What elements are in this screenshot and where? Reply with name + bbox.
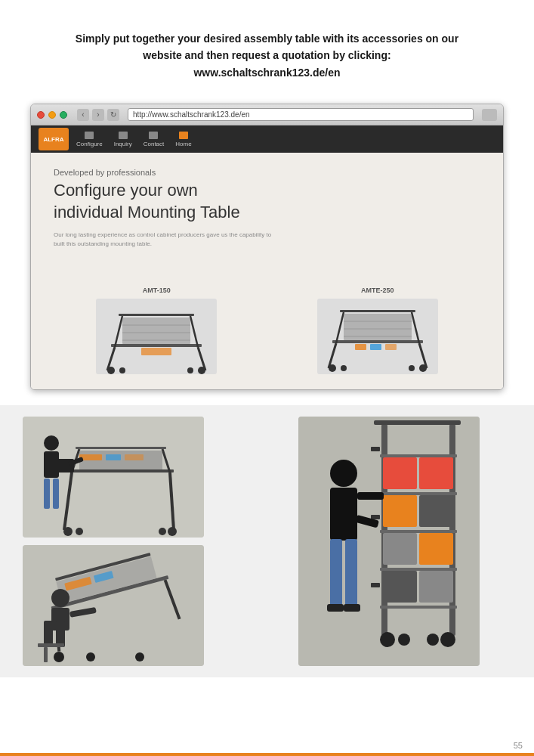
svg-line-20 <box>412 312 419 343</box>
svg-rect-96 <box>330 488 357 541</box>
svg-rect-79 <box>380 606 457 609</box>
product-row: AMT-150 <box>31 279 503 389</box>
svg-rect-77 <box>380 530 457 533</box>
svg-point-10 <box>107 367 115 374</box>
browser-minimize-btn[interactable] <box>48 111 56 119</box>
svg-rect-74 <box>374 420 461 425</box>
svg-point-94 <box>427 634 439 646</box>
nav-item-configure[interactable]: Configure <box>76 132 103 147</box>
nav-items: Configure Inquiry Contact Home <box>76 132 192 147</box>
address-bar[interactable]: http://www.schaltschrank123.de/en <box>128 108 474 121</box>
nav-item-contact[interactable]: Contact <box>144 132 165 147</box>
nav-item-inquiry[interactable]: Inquiry <box>114 132 132 147</box>
configure-icon <box>85 132 94 139</box>
header-section: Simply put together your desired assembl… <box>0 0 534 96</box>
product-amte250: AMTE-250 <box>275 287 481 374</box>
hero-subtitle: Developed by professionals <box>54 168 480 177</box>
svg-rect-66 <box>44 621 53 647</box>
svg-rect-33 <box>68 469 174 472</box>
photos-left <box>23 417 267 666</box>
svg-point-31 <box>409 365 415 371</box>
svg-rect-1 <box>119 314 194 316</box>
svg-point-30 <box>341 365 347 371</box>
svg-point-11 <box>198 367 205 374</box>
photos-right <box>267 417 512 666</box>
svg-point-91 <box>380 632 395 647</box>
svg-point-28 <box>329 364 336 372</box>
page: Simply put together your desired assembl… <box>0 0 534 756</box>
page-number: 55 <box>514 741 523 750</box>
svg-rect-100 <box>344 604 360 612</box>
svg-rect-51 <box>53 479 59 509</box>
svg-point-63 <box>135 652 144 662</box>
product-amt150-label: AMT-150 <box>54 287 260 294</box>
product-amte250-image <box>317 299 438 374</box>
svg-rect-50 <box>44 479 50 509</box>
svg-point-46 <box>159 528 166 535</box>
bottom-bar <box>0 753 534 756</box>
svg-rect-85 <box>419 533 453 565</box>
forward-arrow[interactable]: › <box>92 109 104 121</box>
svg-point-43 <box>63 527 73 536</box>
product-amt150: AMT-150 <box>54 287 260 374</box>
browser-titlebar: ‹ › ↻ http://www.schaltschrank123.de/en <box>31 104 503 125</box>
svg-rect-42 <box>125 454 144 460</box>
svg-rect-86 <box>383 571 417 603</box>
alfra-logo: ALFRA <box>39 128 69 150</box>
svg-rect-15 <box>332 340 423 343</box>
website-navbar: ALFRA Configure Inquiry Contact <box>31 125 503 153</box>
svg-rect-81 <box>419 457 453 489</box>
svg-point-44 <box>168 527 177 536</box>
svg-rect-27 <box>385 344 397 350</box>
svg-rect-78 <box>380 568 457 571</box>
inquiry-icon <box>119 132 128 139</box>
product-amte250-label: AMTE-250 <box>275 287 481 294</box>
svg-rect-76 <box>380 492 457 495</box>
svg-rect-89 <box>371 515 380 519</box>
svg-rect-34 <box>76 447 166 449</box>
svg-point-13 <box>187 367 193 373</box>
svg-point-45 <box>76 528 83 535</box>
svg-rect-83 <box>419 495 453 527</box>
svg-rect-26 <box>370 344 381 350</box>
svg-rect-84 <box>383 533 417 565</box>
browser-mockup: ‹ › ↻ http://www.schaltschrank123.de/en … <box>30 104 504 390</box>
browser-nav: ‹ › ↻ <box>77 109 119 121</box>
svg-rect-16 <box>340 310 415 312</box>
back-arrow[interactable]: ‹ <box>77 109 89 121</box>
reload-arrow[interactable]: ↻ <box>107 109 119 121</box>
svg-point-64 <box>51 589 69 607</box>
svg-point-92 <box>440 632 455 647</box>
svg-line-19 <box>336 312 344 343</box>
svg-point-47 <box>44 435 59 451</box>
search-box[interactable] <box>482 109 497 121</box>
photos-section <box>0 405 534 677</box>
website-hero: Developed by professionals Configure you… <box>31 153 503 279</box>
browser-close-btn[interactable] <box>37 111 45 119</box>
svg-rect-82 <box>383 495 417 527</box>
hero-desc: Our long lasting experience as control c… <box>54 231 280 249</box>
svg-rect-90 <box>371 583 380 587</box>
svg-point-93 <box>398 634 410 646</box>
svg-rect-14 <box>141 348 171 355</box>
browser-maximize-btn[interactable] <box>60 111 67 119</box>
svg-rect-80 <box>383 457 417 489</box>
svg-rect-88 <box>371 447 380 451</box>
home-icon <box>179 132 188 139</box>
contact-icon <box>149 132 158 139</box>
svg-rect-99 <box>327 604 344 612</box>
svg-line-5 <box>190 316 198 347</box>
svg-rect-101 <box>357 492 384 500</box>
svg-point-29 <box>419 364 427 372</box>
hero-title: Configure your own individual Mounting T… <box>54 180 480 223</box>
nav-item-home[interactable]: Home <box>175 132 191 147</box>
header-text: Simply put together your desired assembl… <box>45 30 489 81</box>
product-amt150-image <box>96 299 217 374</box>
svg-rect-0 <box>111 344 202 347</box>
svg-point-95 <box>330 460 357 487</box>
svg-rect-69 <box>44 647 48 662</box>
photo-person-rack <box>298 417 480 666</box>
svg-line-4 <box>115 316 122 347</box>
photo-person-working <box>23 417 204 538</box>
svg-rect-97 <box>330 539 342 607</box>
